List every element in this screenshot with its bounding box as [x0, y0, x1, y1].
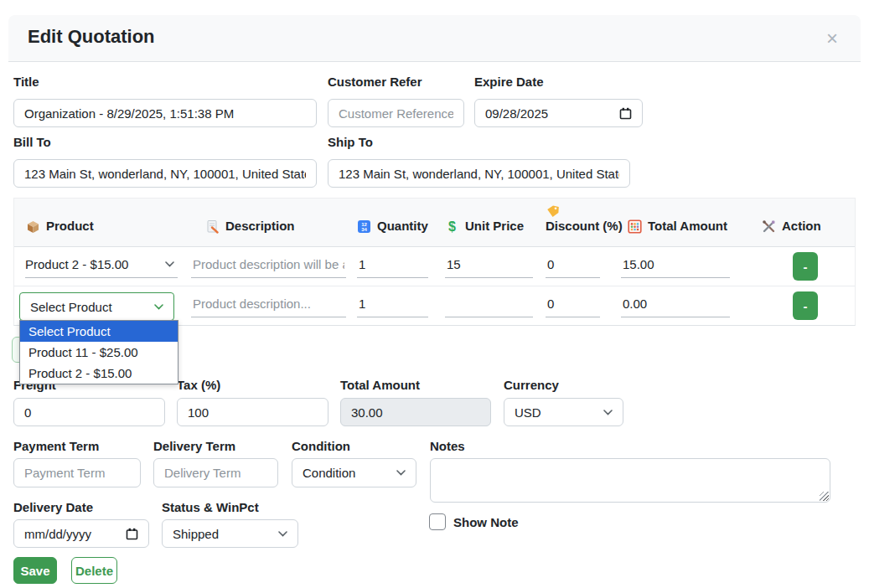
header-total-amount: Total Amount: [628, 219, 727, 234]
svg-text:12: 12: [361, 222, 367, 227]
numbers-icon: 12 34: [357, 219, 371, 234]
notes-label: Notes: [430, 439, 465, 453]
total-input-row2[interactable]: [621, 294, 730, 317]
show-note-checkbox[interactable]: [429, 513, 446, 530]
products-table-header: Product Description 12 34 Quantity: [14, 199, 855, 247]
expire-date-label: Expire Date: [474, 75, 544, 89]
header-unit-price: $ Unit Price: [445, 219, 524, 234]
delivery-term-label: Delivery Term: [153, 439, 235, 453]
dropdown-option[interactable]: Product 11 - $25.00: [20, 342, 178, 363]
unit-price-input-row1[interactable]: [445, 255, 533, 278]
header-quantity: 12 34 Quantity: [357, 219, 428, 234]
product-select-row2-value: Select Product: [30, 300, 112, 314]
memo-icon: [205, 219, 220, 234]
save-button[interactable]: Save: [13, 557, 57, 584]
quantity-input-row1[interactable]: [357, 255, 428, 278]
header-description: Description: [205, 219, 295, 234]
ship-to-label: Ship To: [328, 135, 373, 149]
total-input-row1[interactable]: [621, 255, 730, 278]
condition-select-value: Condition: [303, 466, 355, 480]
svg-text:$: $: [448, 219, 456, 234]
title-label: Title: [13, 75, 39, 89]
chevron-down-icon: [278, 531, 287, 537]
header-action: Action: [762, 219, 821, 234]
customer-reference-input[interactable]: [328, 99, 464, 127]
dropdown-option[interactable]: Select Product: [20, 321, 178, 342]
header-product: Product: [26, 219, 94, 234]
abacus-icon: [628, 219, 642, 234]
customer-reference-label: Customer Refer: [328, 75, 422, 89]
product-select-row2[interactable]: Select Product: [19, 292, 174, 321]
close-icon[interactable]: ×: [826, 28, 838, 49]
notes-textarea[interactable]: [430, 458, 830, 503]
expire-date-value: 09/28/2025: [485, 106, 548, 121]
delivery-date-value: mm/dd/yyyy: [24, 527, 91, 541]
payment-term-label: Payment Term: [13, 439, 99, 453]
product-select-row1-value: Product 2 - $15.00: [25, 257, 128, 271]
freight-input[interactable]: [13, 398, 165, 426]
tax-label: Tax (%): [177, 378, 220, 392]
total-amount-input: [340, 398, 491, 426]
bill-to-label: Bill To: [13, 135, 51, 149]
remove-row-button[interactable]: -: [793, 252, 818, 281]
status-select-value: Shipped: [173, 527, 219, 541]
product-select-row1[interactable]: Product 2 - $15.00: [25, 255, 178, 278]
tax-input[interactable]: [177, 398, 328, 426]
delete-button[interactable]: Delete: [71, 557, 117, 584]
chevron-down-icon: [603, 410, 613, 415]
discount-input-row2[interactable]: [546, 294, 600, 317]
show-note-label: Show Note: [453, 515, 519, 529]
ship-to-input[interactable]: [328, 159, 630, 188]
unit-price-input-row2[interactable]: [445, 294, 533, 317]
payment-term-input[interactable]: [13, 458, 141, 487]
quantity-input-row2[interactable]: [357, 294, 428, 317]
total-amount-label: Total Amount: [340, 378, 420, 392]
bill-to-input[interactable]: [13, 159, 317, 188]
discount-input-row1[interactable]: [546, 255, 600, 278]
remove-row-button[interactable]: -: [793, 291, 818, 320]
condition-select[interactable]: Condition: [292, 458, 416, 487]
status-label: Status & WinPct: [162, 500, 259, 514]
table-row: Product 2 - $15.00 -: [14, 247, 855, 286]
delivery-date-label: Delivery Date: [13, 500, 93, 514]
description-input-row1[interactable]: [191, 255, 346, 278]
chevron-down-icon: [154, 304, 163, 310]
svg-text:34: 34: [361, 227, 367, 232]
chevron-down-icon: [165, 261, 174, 267]
product-dropdown-list: Select Product Product 11 - $25.00 Produ…: [19, 320, 178, 384]
delivery-date-input[interactable]: mm/dd/yyyy: [13, 519, 149, 548]
condition-label: Condition: [292, 439, 350, 453]
package-icon: [26, 219, 40, 234]
dropdown-option[interactable]: Product 2 - $15.00: [20, 363, 178, 384]
notes-field-wrap: [430, 458, 830, 503]
status-select[interactable]: Shipped: [162, 519, 298, 548]
edit-quotation-modal: Edit Quotation × Title Customer Refer Ex…: [0, 0, 869, 588]
header-discount: Discount (%): [546, 204, 626, 233]
dollar-icon: $: [445, 219, 459, 234]
currency-select[interactable]: USD: [504, 398, 623, 426]
calendar-icon: [619, 107, 632, 120]
tag-icon: [546, 204, 560, 219]
description-input-row2[interactable]: [191, 294, 346, 317]
currency-label: Currency: [504, 378, 559, 392]
expire-date-input[interactable]: 09/28/2025: [474, 99, 643, 127]
tools-icon: [762, 219, 776, 234]
calendar-icon: [126, 528, 138, 540]
title-input[interactable]: [13, 99, 317, 127]
modal-title: Edit Quotation: [28, 26, 155, 48]
chevron-down-icon: [396, 470, 406, 476]
modal-header: Edit Quotation ×: [8, 15, 861, 62]
delivery-term-input[interactable]: [153, 458, 278, 487]
currency-select-value: USD: [515, 405, 541, 420]
